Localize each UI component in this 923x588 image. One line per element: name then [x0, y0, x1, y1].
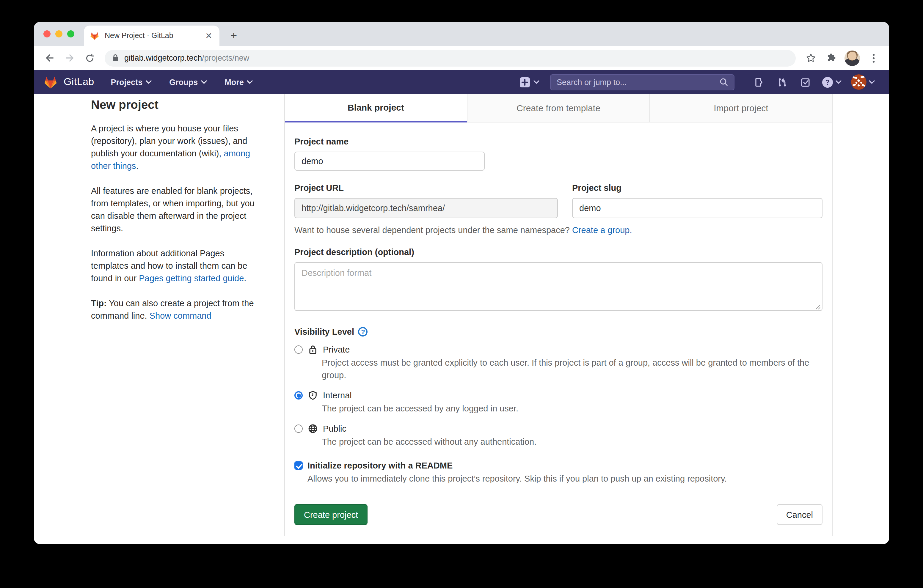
public-radio[interactable] [294, 424, 303, 433]
sidebar-description: New project A project is where you house… [91, 98, 259, 335]
menu-groups[interactable]: Groups [169, 77, 207, 87]
readme-checkbox[interactable] [294, 462, 303, 470]
project-slug-label: Project slug [572, 183, 823, 193]
internal-radio[interactable] [294, 391, 303, 399]
gitlab-brand[interactable]: GitLab [43, 75, 94, 89]
private-label: Private [323, 345, 350, 354]
blank-project-form: Project name Project URL Project slug Wa… [285, 123, 832, 536]
gitlab-wordmark: GitLab [64, 76, 94, 88]
page-title: New project [91, 98, 259, 112]
internal-label: Internal [323, 391, 352, 400]
tab-create-from-template[interactable]: Create from template [467, 94, 649, 123]
refresh-icon[interactable] [82, 50, 97, 66]
namespace-hint: Want to house several dependent projects… [294, 225, 823, 235]
gitlab-logo-icon [43, 75, 57, 89]
screen: New Project · GitLab ✕ + gitlab.widgetco… [0, 0, 923, 588]
readme-label: Initialize repository with a README [307, 461, 453, 470]
tab-blank-project[interactable]: Blank project [285, 94, 467, 123]
issues-icon[interactable] [754, 77, 764, 87]
user-avatar [851, 74, 867, 90]
user-menu[interactable] [851, 74, 875, 90]
browser-tab[interactable]: New Project · GitLab ✕ [84, 26, 220, 46]
gitlab-favicon-icon [90, 31, 99, 40]
sidebar-paragraph: A project is where you house your files … [91, 123, 259, 172]
internal-description: The project can be accessed by any logge… [322, 402, 823, 415]
new-tab-button[interactable]: + [225, 27, 242, 44]
visibility-option-internal: Internal The project can be accessed by … [294, 391, 823, 415]
pages-guide-link[interactable]: Pages getting started guide [139, 273, 244, 283]
public-description: The project can be accessed without any … [322, 436, 823, 448]
svg-text:?: ? [826, 78, 829, 86]
merge-requests-icon[interactable] [777, 77, 787, 87]
textarea-resize-handle[interactable] [815, 304, 821, 310]
readme-description: Allows you to immediately clone this pro… [307, 474, 823, 483]
search-input[interactable]: Search or jump to... [550, 74, 734, 90]
browser-toolbar: gitlab.widgetcorp.tech/projects/new [34, 46, 889, 70]
create-project-button[interactable]: Create project [294, 504, 368, 525]
url-host: gitlab.widgetcorp.tech [124, 54, 202, 62]
browser-window: New Project · GitLab ✕ + gitlab.widgetco… [34, 22, 889, 544]
show-command-link[interactable]: Show command [149, 311, 212, 320]
browser-tab-strip: New Project · GitLab ✕ + [34, 22, 889, 46]
help-icon: ? [822, 76, 833, 88]
sidebar-paragraph: Information about additional Pages templ… [91, 247, 259, 285]
chevron-down-icon [836, 80, 841, 84]
project-url-input[interactable] [294, 198, 558, 218]
tab-title: New Project · GitLab [105, 31, 204, 40]
address-bar[interactable]: gitlab.widgetcorp.tech/projects/new [105, 50, 796, 66]
browser-profile-avatar[interactable] [844, 50, 860, 66]
todos-icon[interactable] [800, 77, 811, 87]
close-window-button[interactable] [43, 30, 51, 38]
forward-icon[interactable] [62, 50, 77, 66]
shield-icon [308, 391, 318, 400]
new-menu-button[interactable] [519, 76, 539, 88]
visibility-option-private: Private Project access must be granted e… [294, 345, 823, 382]
window-controls [43, 30, 74, 38]
chevron-down-icon [247, 80, 253, 84]
minimize-window-button[interactable] [55, 30, 62, 38]
gitlab-navbar-right: Search or jump to... [519, 74, 880, 90]
project-name-label: Project name [294, 137, 823, 146]
bookmark-star-icon[interactable] [803, 50, 818, 66]
zoom-window-button[interactable] [67, 30, 74, 38]
private-radio[interactable] [294, 345, 303, 354]
page-content: New project A project is where you house… [34, 94, 889, 544]
gitlab-menu: Projects Groups More [111, 77, 253, 87]
chevron-down-icon [869, 80, 875, 84]
back-icon[interactable] [42, 50, 57, 66]
https-lock-icon[interactable] [112, 54, 119, 62]
chevron-down-icon [145, 80, 151, 84]
search-icon [719, 78, 728, 86]
tab-import-project[interactable]: Import project [649, 94, 832, 123]
menu-projects[interactable]: Projects [111, 77, 152, 87]
help-menu[interactable]: ? [822, 76, 841, 88]
tab-close-icon[interactable]: ✕ [204, 31, 214, 40]
project-description-label: Project description (optional) [294, 247, 823, 257]
sidebar-paragraph: All features are enabled for blank proje… [91, 185, 259, 235]
project-url-label: Project URL [294, 183, 558, 193]
readme-section: Initialize repository with a README Allo… [294, 461, 823, 483]
browser-menu-icon[interactable] [866, 50, 881, 66]
project-name-input[interactable] [294, 152, 485, 171]
project-slug-input[interactable] [572, 198, 823, 218]
new-project-panel: Blank project Create from template Impor… [284, 94, 833, 536]
private-description: Project access must be granted explicitl… [322, 357, 823, 382]
menu-more[interactable]: More [225, 77, 253, 87]
public-label: Public [323, 424, 347, 434]
gitlab-navbar: GitLab Projects Groups More [34, 70, 889, 94]
cancel-button[interactable]: Cancel [777, 504, 823, 525]
search-placeholder: Search or jump to... [557, 77, 719, 87]
create-a-group-link[interactable]: Create a group. [572, 225, 632, 235]
url-path: /projects/new [202, 54, 249, 62]
project-type-tabs: Blank project Create from template Impor… [285, 94, 832, 123]
lock-icon [308, 345, 318, 354]
visibility-level-label: Visibility Level [294, 327, 354, 337]
visibility-option-public: Public The project can be accessed witho… [294, 424, 823, 448]
visibility-help-icon[interactable]: ? [358, 327, 368, 337]
chevron-down-icon [201, 80, 207, 84]
extensions-puzzle-icon[interactable] [823, 50, 839, 66]
sidebar-tip: Tip: You can also create a project from … [91, 297, 259, 322]
project-description-textarea[interactable] [294, 262, 823, 311]
chevron-down-icon [534, 80, 539, 84]
globe-icon [308, 424, 318, 434]
